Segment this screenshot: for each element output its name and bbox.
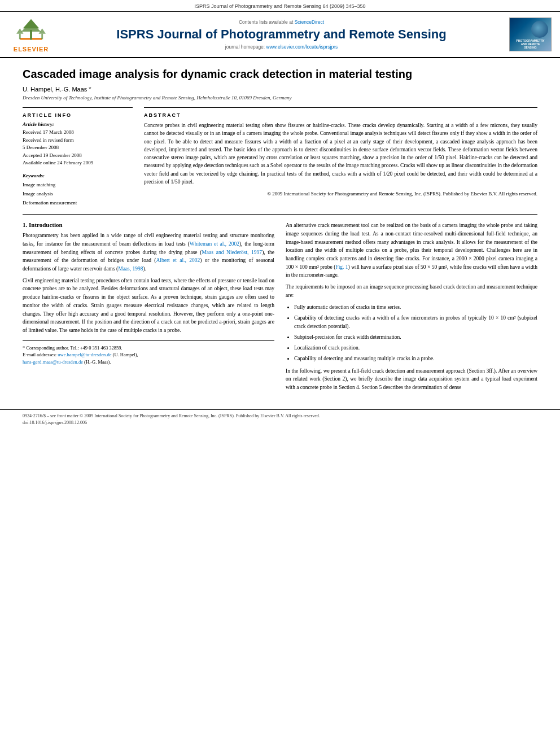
section-ref: Section 3ff. [469, 368, 493, 374]
elsevier-wordmark: ELSEVIER [14, 46, 49, 53]
cover-globe-graphic [531, 21, 548, 38]
bullet-item-3: Subpixel-precision for crack width deter… [294, 333, 537, 342]
section1-right-para1: An alternative crack measurement tool ca… [286, 221, 537, 279]
footer-issn-text: 0924-2716/$ – see front matter © 2009 In… [23, 413, 320, 426]
article-history-label: Article history: [23, 121, 133, 127]
journal-citation: ISPRS Journal of Photogrammetry and Remo… [194, 3, 365, 9]
footnote-email: E-mail addresses: uwe.hampel@tu-dresden.… [23, 351, 274, 366]
article-history-text: Received 17 March 2008 Received in revis… [23, 129, 133, 167]
section1-right-para2: The requirements to be imposed on an ima… [286, 283, 537, 299]
bullet-item-4: Localization of crack position. [294, 344, 537, 352]
paper-affiliation: Dresden University of Technology, Instit… [23, 95, 537, 101]
svg-rect-6 [41, 34, 43, 40]
journal-header: ELSEVIER Contents lists available at Sci… [0, 12, 560, 58]
keywords-label: Keywords: [23, 173, 133, 178]
bullet-item-5: Capability of detecting and measuring mu… [294, 355, 537, 363]
sciencedirect-line: Contents lists available at ScienceDirec… [59, 19, 504, 25]
section4-ref: Section 4 [339, 385, 359, 390]
keywords-text: Image matching Image analysis Deformatio… [23, 180, 133, 208]
section1-para1: Photogrammetry has been applied in a wid… [23, 231, 274, 273]
ref-maas-1998: Maas, 1998 [118, 266, 143, 272]
abstract-text: Concrete probes in civil engineering mat… [144, 121, 537, 186]
content-area: Cascaded image analysis for dynamic crac… [0, 58, 560, 401]
footer-content: 0924-2716/$ – see front matter © 2009 In… [23, 413, 537, 426]
homepage-link[interactable]: www.elsevier.com/locate/isprsjprs [266, 44, 338, 50]
article-info-column: ARTICLE INFO Article history: Received 1… [23, 107, 133, 207]
footnote-corresponding: * Corresponding author. Tel.: +49 0 351 … [23, 344, 274, 352]
elsevier-logo: ELSEVIER [8, 16, 54, 53]
main-col-right: An alternative crack measurement tool ca… [286, 221, 537, 395]
journal-cover-image: PHOTOGRAMMETRY AND REMOTE SENSING [509, 18, 552, 51]
journal-homepage: journal homepage: www.elsevier.com/locat… [59, 44, 504, 50]
section1-title: 1. Introduction [23, 221, 274, 228]
section2-ref: Section 2 [325, 376, 345, 382]
abstract-copyright: © 2009 International Society for Photogr… [144, 190, 537, 198]
footnote-area: * Corresponding author. Tel.: +49 0 351 … [23, 340, 274, 366]
svg-marker-3 [21, 22, 41, 32]
paper-title: Cascaded image analysis for dynamic crac… [23, 67, 537, 81]
elsevier-tree-icon [14, 16, 48, 45]
ref-fig1: Fig. 1 [335, 264, 348, 270]
ref-maas-niederost: Maas and Niederöst, 1997 [202, 250, 262, 255]
paper-authors: U. Hampel, H.-G. Maas * [23, 86, 537, 93]
footnote-email2-link[interactable]: hans-gerd.maas@tu-dresden.de [23, 359, 83, 365]
abstract-column: ABSTRACT Concrete probes in civil engine… [144, 107, 537, 207]
top-header: ISPRS Journal of Photogrammetry and Remo… [0, 0, 560, 12]
elsevier-logo-area: ELSEVIER [8, 16, 54, 53]
section1-right-para3: In the following, we present a full-fiel… [286, 367, 537, 392]
sciencedirect-link[interactable]: ScienceDirect [295, 19, 324, 25]
main-content-area: 1. Introduction Photogrammetry has been … [23, 221, 537, 395]
journal-name: ISPRS Journal of Photogrammetry and Remo… [59, 27, 504, 42]
bullet-item-2: Capability of detecting cracks with a wi… [294, 314, 537, 331]
bullet-item-1: Fully automatic detection of cracks in t… [294, 303, 537, 312]
journal-cover: PHOTOGRAMMETRY AND REMOTE SENSING [509, 18, 552, 51]
ref-albert: Albert et al., 2002 [156, 257, 200, 263]
page-wrapper: ISPRS Journal of Photogrammetry and Remo… [0, 0, 560, 747]
svg-rect-4 [19, 34, 21, 40]
section-divider [23, 214, 537, 215]
page-footer: 0924-2716/$ – see front matter © 2009 In… [0, 409, 560, 429]
section5-ref: Section 5 [362, 385, 382, 390]
footnote-email1-link[interactable]: uwe.hampel@tu-dresden.de [58, 352, 111, 357]
abstract-header: ABSTRACT [144, 112, 537, 118]
article-info-abstract-area: ARTICLE INFO Article history: Received 1… [23, 107, 537, 207]
ref-whiteman: Whiteman et al., 2002 [190, 241, 239, 247]
requirements-list: Fully automatic detection of cracks in t… [294, 303, 537, 364]
journal-title-area: Contents lists available at ScienceDirec… [59, 19, 504, 50]
main-col-left: 1. Introduction Photogrammetry has been … [23, 221, 274, 395]
cover-journal-label: PHOTOGRAMMETRY AND REMOTE SENSING [516, 39, 544, 49]
section1-para2: Civil engineering material testing proce… [23, 277, 274, 335]
article-info-header: ARTICLE INFO [23, 112, 133, 118]
